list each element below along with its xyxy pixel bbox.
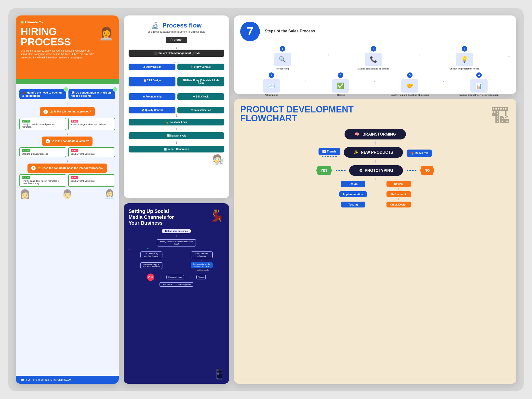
step-4-branches: ✓ YES Start the interview process. ✗ NO …: [19, 147, 115, 157]
sales-bottom-row: 4 📊 Making product/ service presentation…: [240, 72, 510, 96]
step-img-6: ✅: [332, 79, 349, 93]
step-3-no: ✗ NO Inform managers about the decision.: [68, 118, 115, 130]
sales-top-row: 1 🔍 Prospecting → 2 📞 Making contact and…: [240, 46, 510, 70]
social-flow: Define user personas ↓ Are my potential …: [129, 229, 224, 287]
step-img-2: 📞: [365, 53, 382, 66]
step-img-3: 💡: [456, 53, 473, 66]
step-label-6: Closing: [337, 94, 345, 96]
social-setup: Set up social media channel yourself: [191, 262, 213, 268]
refinement-box: Refinement: [386, 191, 411, 197]
step-1-box: 1 💼 Identify the need to open up a job p…: [19, 89, 66, 99]
step-3-branches: ✓ YES Draft job description and pass it …: [19, 118, 115, 130]
step-num-5: 5: [407, 72, 412, 78]
step-num-2: 2: [371, 46, 376, 52]
v-line-3: [375, 178, 375, 180]
testing-box: Testing: [341, 202, 365, 207]
phone-illustration: 📱: [213, 369, 226, 380]
yes-node: YES: [316, 166, 332, 175]
fc1: ↓: [129, 72, 175, 75]
prototyping-node: ⚙ PROTOTYPING: [349, 165, 403, 176]
social-title: Setting Up Social Media Channels for You…: [129, 208, 175, 226]
hiring-footer: ✉️ For more information: hr@ultimate.co: [16, 376, 119, 384]
footer-text: For more information: hr@ultimate.co: [26, 378, 71, 381]
design-box: Design: [341, 181, 365, 187]
research-node: 📚 Research: [407, 150, 432, 157]
implementation-box: Implementation: [339, 191, 367, 197]
sales-title: Steps of the Sales Process: [265, 29, 315, 34]
sales-step-3: 3 💡 Uncovering customer needs: [422, 46, 506, 70]
sales-step-6: 6 ✅ Closing: [309, 72, 372, 96]
arrow-4: ←: [373, 79, 377, 84]
sales-step-2: 2 📞 Making contact and qualifying: [331, 46, 415, 70]
flow-data-validation: ☰ Data Validation: [177, 107, 224, 113]
curved-arrow: ↓: [508, 52, 510, 58]
step-label-1: Prospecting: [276, 68, 289, 70]
step-4-no: ✗ NO Send a Thank you email.: [68, 147, 115, 157]
step-label-2: Making contact and qualifying: [358, 68, 389, 70]
flow-edit-check: ✏ Edit Check: [177, 93, 224, 100]
step-num-3: 3: [462, 46, 467, 52]
arrow-1: →: [326, 52, 330, 57]
arrow-5: ←: [304, 79, 308, 84]
sales-step-1: 1 🔍 Prospecting: [240, 46, 324, 70]
cdm-connector: ↓: [129, 46, 224, 50]
yes-column: Design Implementation Testing: [339, 181, 367, 207]
end-node: END: [147, 274, 154, 281]
fc-merge: ↓: [129, 113, 224, 117]
flow-step-1-2: 1 💼 Identify the need to open up a job p…: [19, 89, 115, 99]
company-name: Ultimate Co.: [25, 20, 44, 24]
step-img-7: 📧: [263, 79, 280, 93]
step-img-4: 📊: [470, 79, 488, 93]
step-label-5: Uncovering and handling objections: [391, 94, 429, 96]
flow-quality-control: ✅ Quality Control: [129, 107, 175, 113]
step-4-diamond: 4 ✔ Is the candidate qualified?: [19, 137, 115, 146]
fc8: ↓: [129, 140, 224, 144]
brainstorming-node: 🧠 BRAINSTORMING: [345, 129, 406, 139]
new-products-row: 📈 Trends ✨ NEW PRODUCTS 📚 Research: [240, 146, 510, 159]
review-box: Review: [386, 181, 411, 187]
step-num-1: 1: [280, 46, 285, 52]
step-label-4: Making product/ service presentation: [459, 94, 499, 96]
fc2: ↓: [177, 72, 224, 75]
step-4-yes: ✓ YES Start the interview process.: [19, 147, 66, 157]
new-products-node: ✨ NEW PRODUCTS: [344, 147, 403, 158]
bottom-columns: Design Implementation Testing Review Ref…: [339, 181, 411, 207]
flow-database-lock: 🔒 Database Lock: [129, 119, 224, 125]
process-illustration: 🧑‍🔬: [129, 154, 224, 165]
trends-node: 📈 Trends: [319, 148, 340, 155]
product-illustration: 🏗: [491, 105, 510, 128]
hiring-title: HIRING PROCESS: [21, 27, 96, 47]
card-product: PRODUCT DEVELOPMENT FLOWCHART 🏗 🧠 BRAINS…: [234, 99, 516, 384]
main-canvas: Ultimate Co. HIRING PROCESS Use this par…: [8, 8, 524, 391]
flow-data-analysis: 📊 Data Analysis: [129, 132, 224, 139]
flow-two-col: 🗒 Study Design 🔍 Study Conduct ↓ ↓ 📋 CRF…: [129, 64, 224, 113]
step-5-yes: ✓ YES Hire the candidate. Inform recruit…: [19, 174, 66, 187]
flow-data-entry: ⌨ Data Entry (Site data & Lab data): [177, 77, 224, 86]
tweak-node: Tweak: [196, 275, 206, 279]
cdm-box: ⬛ Clinical Data Management (CDM): [129, 50, 224, 57]
card-process: 🔬 Process flow of clinical database mana…: [124, 15, 229, 198]
card-social: Setting Up Social Media Channels for You…: [124, 203, 229, 384]
social-outsource: Can I afford to outsource: [191, 251, 213, 258]
celebrate-node: Celebrate & continuously update!: [160, 282, 193, 287]
step-label-7: Following up: [265, 94, 278, 96]
step-num-6: 6: [338, 72, 343, 78]
step-img-1: 🔍: [274, 53, 291, 66]
v-line-1: [375, 141, 375, 145]
process-subtitle: of clinical database management in clini…: [129, 30, 224, 33]
social-question-2: Do I want to try another channel: [140, 251, 162, 258]
sales-header: 7 Steps of the Sales Process: [240, 22, 510, 41]
arrow-3: ←: [442, 79, 447, 84]
process-icon: 🔬: [151, 22, 159, 29]
connector-2: ↓: [19, 132, 115, 136]
flow-study-conduct: 🔍 Study Conduct: [177, 64, 224, 70]
fc4: ↓: [177, 88, 224, 91]
company-dot: [21, 21, 24, 24]
no-node: NO: [420, 166, 434, 175]
step-num-4: 4: [476, 72, 482, 78]
step-3-diamond: 3 👍 Is the job posting approved?: [19, 107, 115, 116]
sales-step-4: 4 📊 Making product/ service presentation: [448, 72, 510, 96]
card-sales: 7 Steps of the Sales Process 1 🔍 Prospec…: [234, 15, 516, 94]
connector-3: ↓: [19, 159, 115, 163]
define-personas: Define user personas: [162, 229, 191, 233]
